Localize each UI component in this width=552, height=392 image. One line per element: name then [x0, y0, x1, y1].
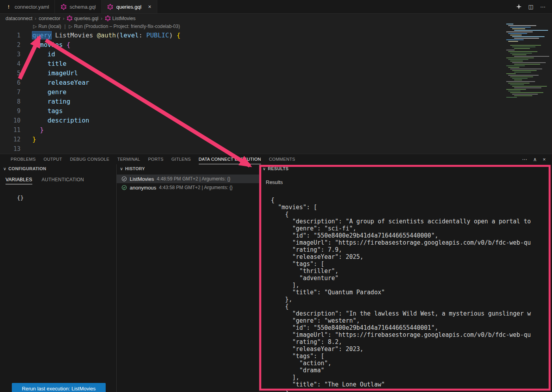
- code-token: }: [32, 136, 36, 143]
- bottom-panel: PROBLEMSOUTPUTDEBUG CONSOLETERMINALPORTS…: [0, 154, 552, 392]
- line-number: 7: [0, 87, 21, 97]
- configuration-header[interactable]: ∨ CONFIGURATION: [0, 164, 116, 173]
- code-token: [32, 117, 48, 124]
- minimap-line: [508, 83, 530, 84]
- panel-tab-debug-console[interactable]: DEBUG CONSOLE: [70, 154, 110, 164]
- split-editor-icon[interactable]: ◫: [528, 4, 533, 10]
- code-token: rating: [48, 98, 71, 105]
- results-json[interactable]: { "movies": [ { "description": "A group …: [259, 197, 550, 392]
- code-line: 12}: [0, 135, 504, 144]
- minimap-line: [508, 41, 518, 42]
- panel-tab-terminal[interactable]: TERMINAL: [117, 154, 140, 164]
- code-token: movies: [40, 41, 63, 48]
- rerun-button[interactable]: Rerun last execution: ListMovies: [12, 383, 106, 392]
- minimap-line: [512, 36, 545, 37]
- code-token: title: [48, 60, 67, 67]
- code-token: {: [177, 32, 181, 39]
- minimap-line: [508, 91, 520, 91]
- close-icon[interactable]: ×: [148, 4, 151, 10]
- code-token: [32, 79, 48, 86]
- breadcrumb-item-queries.gql[interactable]: queries.gql: [67, 15, 98, 21]
- minimap-line: [512, 62, 546, 63]
- code-line: 6 releaseYear: [0, 78, 504, 87]
- minimap-line: [506, 81, 535, 82]
- code-token: ListMovies: [55, 32, 93, 39]
- run-local-link[interactable]: ▷ Run (local): [33, 24, 61, 29]
- editor-tab-connector.yaml[interactable]: !connector.yaml: [0, 0, 55, 13]
- chevron-down-icon: ∨: [263, 166, 266, 171]
- json-line: {: [271, 303, 550, 310]
- breadcrumb-item-ListMovies[interactable]: ListMovies: [105, 15, 136, 21]
- line-number: 11: [0, 125, 21, 135]
- sparkle-icon[interactable]: [516, 4, 522, 9]
- panel-tab-ports[interactable]: PORTS: [148, 154, 163, 164]
- variables-value[interactable]: {}: [17, 195, 116, 201]
- minimap-line: [506, 39, 524, 40]
- results-header[interactable]: ∨ RESULTS: [259, 164, 552, 173]
- minimap-line: [512, 70, 537, 71]
- editor-tab-bar: !connector.yamlschema.gqlqueries.gql× ◫ …: [0, 0, 552, 14]
- run-production-link[interactable]: ▷ Run (Production – Project: friendly-fl…: [69, 24, 180, 29]
- minimap-line: [510, 69, 542, 69]
- code-token: [32, 69, 48, 77]
- panel-maximize-icon[interactable]: ∧: [533, 156, 537, 162]
- code-text: title: [21, 59, 67, 69]
- chevron-right-icon: ›: [63, 16, 64, 21]
- code-line: 2 movies {: [0, 40, 504, 50]
- minimap-line: [508, 25, 536, 26]
- code-text: [21, 144, 32, 154]
- more-actions-icon[interactable]: ⋯: [540, 4, 546, 10]
- panel-body: ∨ CONFIGURATION VARIABLESAUTHENTICATION …: [0, 164, 552, 392]
- code-token: [32, 41, 40, 48]
- panel-tab-output[interactable]: OUTPUT: [44, 154, 62, 164]
- history-entry-ListMovies[interactable]: ListMovies4:48:59 PM GMT+2 | Arguments: …: [117, 175, 259, 183]
- breadcrumb-item-dataconnect[interactable]: dataconnect: [6, 16, 32, 21]
- code-token: [63, 41, 67, 48]
- panel-more-icon[interactable]: ⋯: [522, 156, 527, 162]
- code-token: tags: [48, 107, 63, 115]
- minimap-line: [514, 38, 539, 39]
- history-header[interactable]: ∨ HISTORY: [117, 164, 259, 173]
- json-line: },: [271, 388, 550, 392]
- symbol-icon: [105, 15, 111, 21]
- json-line: ],: [271, 374, 550, 381]
- code-line: 5 imageUrl: [0, 69, 504, 78]
- minimap-line: [512, 86, 547, 87]
- panel-tab-gitlens[interactable]: GITLENS: [172, 154, 191, 164]
- config-tab-variables[interactable]: VARIABLES: [6, 177, 32, 184]
- chevron-right-icon: ›: [35, 16, 36, 21]
- json-line: },: [271, 296, 550, 303]
- panel-tab-data-connect-execution[interactable]: DATA CONNECT EXECUTION: [199, 154, 261, 164]
- code-line: 1query ListMovies @auth(level: PUBLIC) {: [0, 31, 504, 40]
- configuration-tabs: VARIABLESAUTHENTICATION: [0, 177, 116, 184]
- code-text: tags: [21, 106, 63, 116]
- check-circle-icon: [121, 176, 127, 182]
- minimap[interactable]: [506, 23, 551, 98]
- minimap-line: [508, 59, 528, 60]
- code-editor[interactable]: ▷ Run (local) | ▷ Run (Production – Proj…: [0, 23, 552, 154]
- tab-label: queries.gql: [116, 4, 142, 10]
- json-line: "drama": [271, 367, 550, 374]
- minimap-line: [506, 97, 517, 98]
- history-entry-anonymous[interactable]: anonymous4:43:58 PM GMT+2 | Arguments: {…: [117, 183, 259, 192]
- minimap-line: [512, 46, 535, 47]
- breadcrumb-item-connector[interactable]: connector: [39, 16, 60, 21]
- editor-tab-schema.gql[interactable]: schema.gql: [55, 0, 101, 13]
- history-entry-name: ListMovies: [130, 176, 154, 182]
- panel-tab-comments[interactable]: COMMENTS: [269, 154, 295, 164]
- breadcrumb-label: ListMovies: [112, 16, 136, 21]
- minimap-line: [510, 61, 523, 61]
- panel-tab-problems[interactable]: PROBLEMS: [11, 154, 36, 164]
- config-tab-authentication[interactable]: AUTHENTICATION: [42, 177, 84, 184]
- configuration-column: ∨ CONFIGURATION VARIABLESAUTHENTICATION …: [0, 164, 116, 392]
- panel-actions: ⋯ ∧ ×: [522, 156, 552, 162]
- json-line: "id": "550e8400e29b41d4a716446655440001"…: [271, 324, 550, 331]
- editor-tab-queries.gql[interactable]: queries.gql×: [102, 0, 157, 13]
- code-text: releaseYear: [21, 78, 90, 87]
- json-line: "genre": "western",: [271, 317, 550, 324]
- code-token: [173, 32, 177, 39]
- json-line: "imageUrl": "https://firebasestorage.goo…: [271, 331, 550, 338]
- tab-label: connector.yaml: [15, 4, 49, 10]
- panel-close-icon[interactable]: ×: [543, 156, 546, 162]
- minimap-line: [506, 58, 534, 58]
